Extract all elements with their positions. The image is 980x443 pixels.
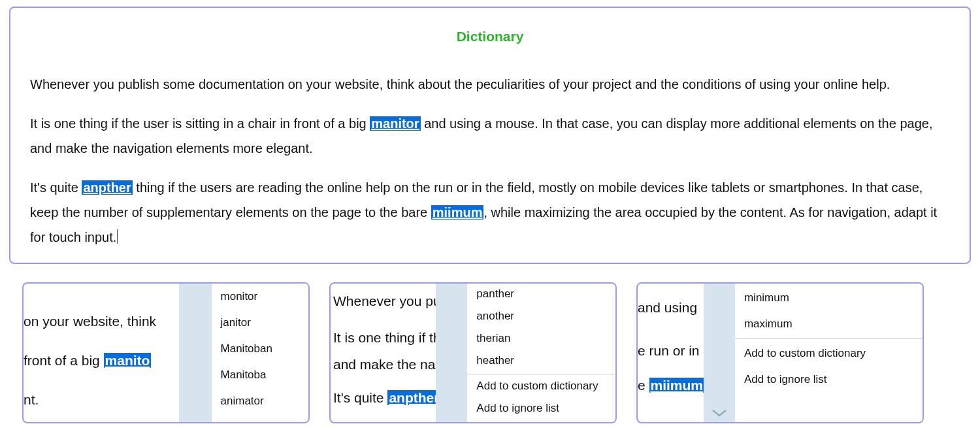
chevron-down-icon: [711, 408, 728, 418]
suggestion-row: on your website, think front of a big ma…: [9, 282, 971, 423]
editor-panel: Dictionary Whenever you publish some doc…: [9, 7, 971, 264]
text-line: e run or in: [638, 329, 704, 372]
suggestion-menu: minimum maximum Add to custom dictionary…: [735, 284, 923, 422]
suggestion-panel-anpther: Whenever you pu It is one thing if th an…: [329, 282, 617, 423]
add-to-custom-dictionary[interactable]: Add to custom dictionary: [735, 340, 923, 367]
paragraph-2[interactable]: It is one thing if the user is sitting i…: [30, 111, 950, 161]
suggestion-menu: panther another therian heather Add to c…: [467, 284, 615, 422]
misspelling-manitor[interactable]: manito: [104, 353, 152, 368]
scrollbar[interactable]: [704, 284, 735, 422]
paragraph-1[interactable]: Whenever you publish some documentation …: [30, 72, 950, 97]
suggestion-panel-miimum: and using e run or in e miimum minimum m…: [636, 282, 924, 423]
text: It's quite: [333, 390, 387, 405]
suggestion-item[interactable]: monitor: [212, 284, 308, 310]
text-line: It's quite anpther: [333, 383, 436, 413]
misspelling-anpther[interactable]: anpther: [82, 180, 132, 195]
suggestion-item[interactable]: therian: [467, 328, 615, 350]
text-line: Whenever you pu: [333, 286, 436, 316]
page-title: Dictionary: [30, 29, 950, 44]
text: It's quite: [30, 180, 82, 195]
text-line: on your website, think: [24, 302, 179, 341]
text-line: e miimum: [638, 372, 704, 399]
add-to-ignore-list[interactable]: Add to ignore list: [735, 367, 923, 393]
scrollbar[interactable]: [436, 284, 467, 422]
text: Whenever you publish some documentation …: [30, 77, 890, 91]
misspelling-miimum[interactable]: miimum: [431, 205, 484, 220]
suggestion-item[interactable]: Manitoban: [212, 336, 308, 362]
suggestion-item[interactable]: maximum: [735, 311, 923, 337]
misspelling-anpther[interactable]: anpther: [387, 390, 436, 405]
suggestion-menu: monitor janitor Manitoban Manitoba anima…: [212, 284, 308, 422]
add-to-custom-dictionary[interactable]: Add to custom dictionary: [467, 376, 615, 398]
misspelling-miimum[interactable]: miimum: [649, 378, 704, 393]
text-caret: [117, 229, 118, 244]
text-fragment: and using e run or in e miimum: [638, 284, 704, 422]
suggestion-item[interactable]: panther: [467, 284, 615, 306]
paragraph-3[interactable]: It's quite anpther thing if the users ar…: [30, 175, 950, 250]
text-fragment: on your website, think front of a big ma…: [24, 284, 179, 422]
add-to-ignore-list[interactable]: Add to ignore list: [467, 398, 615, 420]
suggestion-item[interactable]: animator: [212, 388, 308, 414]
suggestion-item[interactable]: Manitoba: [212, 362, 308, 388]
suggestion-item[interactable]: heather: [467, 350, 615, 372]
text-line: It is one thing if th: [333, 323, 436, 353]
text-line: and make the navi: [333, 353, 436, 376]
misspelling-manitor[interactable]: manitor: [370, 116, 420, 131]
suggestion-item[interactable]: minimum: [735, 284, 923, 311]
suggestion-item[interactable]: another: [467, 306, 615, 328]
text-line: and using: [638, 286, 704, 329]
suggestion-item[interactable]: janitor: [212, 310, 308, 336]
text: front of a big: [24, 353, 104, 368]
text: It is one thing if the user is sitting i…: [30, 116, 370, 131]
text-line: nt.: [24, 380, 179, 419]
text-line: front of a big manito: [24, 341, 179, 380]
menu-divider: [467, 374, 615, 374]
text-fragment: Whenever you pu It is one thing if th an…: [331, 284, 436, 422]
menu-divider: [735, 338, 923, 339]
scrollbar[interactable]: [179, 284, 212, 422]
suggestion-panel-manitor: on your website, think front of a big ma…: [22, 282, 310, 423]
text: e: [638, 378, 649, 393]
